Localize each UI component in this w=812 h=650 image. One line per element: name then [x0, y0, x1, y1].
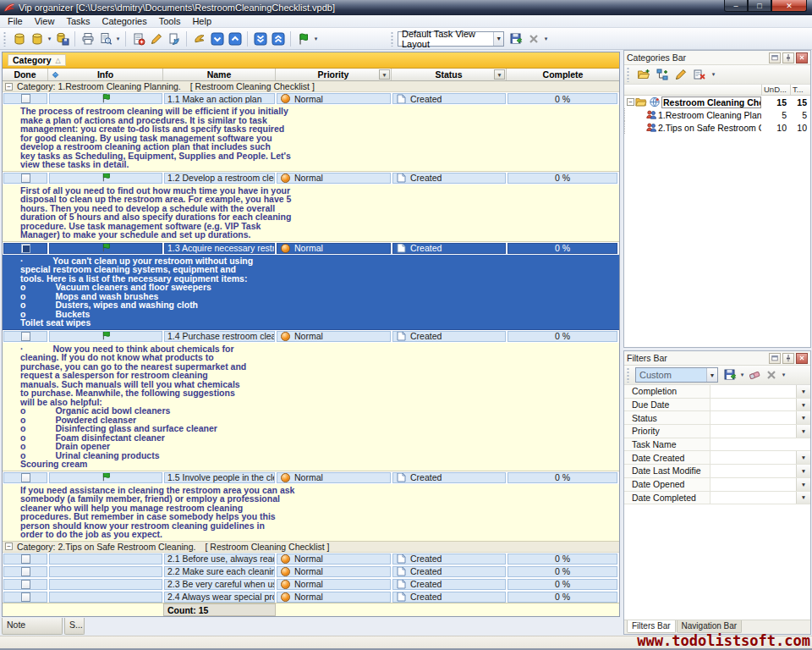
filter-value-field[interactable]	[710, 385, 796, 398]
done-checkbox[interactable]	[21, 174, 30, 183]
task-row[interactable]: 1.4 Purchase restroom cleaning Normal Cr…	[3, 330, 619, 343]
task-row[interactable]: 1.1 Make an action plan Normal Created 0…	[3, 92, 619, 105]
move-to-top-button[interactable]	[269, 30, 287, 47]
group-header-row[interactable]: − Category: 1.Restroom Cleaning Planning…	[3, 81, 619, 92]
filter-value-field[interactable]	[710, 465, 796, 477]
close-button[interactable]: ✕	[771, 0, 807, 12]
note-tab-0[interactable]: Note	[2, 618, 63, 635]
toolbar-grip[interactable]	[627, 367, 631, 383]
categories-more-button[interactable]: ▾	[710, 71, 717, 78]
move-down-button[interactable]	[208, 30, 226, 47]
toolbar-grip[interactable]	[391, 31, 395, 47]
done-checkbox[interactable]	[21, 580, 30, 589]
combo-dropdown-icon[interactable]: ▼	[706, 368, 717, 382]
done-checkbox[interactable]	[21, 94, 30, 103]
done-checkbox[interactable]	[21, 244, 30, 253]
save-filter-button[interactable]	[721, 366, 738, 383]
group-by-category-chip[interactable]: Category △	[8, 54, 66, 66]
task-row[interactable]: 2.4 Always wear special protective Norma…	[3, 591, 619, 603]
column-header-status[interactable]: Status ▼	[392, 69, 507, 80]
combo-dropdown-icon[interactable]: ▼	[493, 32, 503, 46]
delete-category-button[interactable]	[691, 66, 708, 83]
group-header-row[interactable]: − Category: 2.Tips on Safe Restroom Clea…	[3, 542, 619, 553]
filters-more-button[interactable]: ▾	[780, 372, 787, 378]
column-total[interactable]: T...	[790, 85, 810, 95]
status-filter-button[interactable]: ▼	[494, 69, 505, 80]
move-up-button[interactable]	[226, 30, 244, 47]
column-undone[interactable]: UnD...	[761, 85, 790, 95]
menu-categories[interactable]: Categories	[96, 15, 153, 27]
open-database-button[interactable]	[28, 30, 46, 47]
menu-tools[interactable]: Tools	[153, 15, 187, 27]
print-preview-button[interactable]	[96, 30, 114, 47]
collapse-group-icon[interactable]: −	[5, 83, 13, 91]
move-to-bottom-button[interactable]	[251, 30, 269, 47]
new-task-button[interactable]	[129, 30, 147, 47]
toggle-complete-flag-button[interactable]	[294, 30, 312, 47]
print-preview-menu-caret[interactable]: ▾	[114, 36, 122, 42]
filter-value-field[interactable]	[710, 425, 796, 438]
collapse-tree-icon[interactable]: −	[627, 98, 634, 106]
delete-task-button[interactable]	[165, 30, 183, 47]
menu-help[interactable]: Help	[186, 15, 217, 27]
filters-bar-float-button[interactable]	[769, 353, 781, 364]
task-row[interactable]: 1.5 Involve people in the cleaning Norma…	[3, 471, 619, 484]
filter-preset-combo[interactable]: Custom ▼	[635, 367, 718, 383]
done-checkbox[interactable]	[21, 332, 30, 341]
categories-bar-auto-hide-pin-button[interactable]	[782, 52, 794, 63]
view-layout-more-button[interactable]: ▾	[542, 36, 550, 42]
save-filter-menu-caret[interactable]: ▾	[738, 372, 746, 378]
task-row[interactable]: 2.1 Before use, always read a Normal Cre…	[3, 553, 619, 565]
filter-dropdown-button[interactable]: ▼	[796, 425, 810, 438]
task-view-layout-combo[interactable]: Default Task View Layout ▼	[398, 31, 504, 47]
categories-bar-close-button[interactable]	[796, 52, 808, 63]
new-category-button[interactable]	[635, 66, 652, 83]
maximize-button[interactable]: □	[748, 0, 771, 12]
filter-dropdown-button[interactable]: ▼	[796, 465, 810, 477]
filter-value-field[interactable]	[710, 438, 796, 451]
filter-dropdown-button[interactable]: ▼	[796, 385, 810, 398]
column-header-name[interactable]: Name	[163, 69, 276, 80]
filter-dropdown-button[interactable]: ▼	[796, 399, 810, 411]
category-tree-item[interactable]: 2.Tips on Safe Restroom Cle1010	[624, 121, 810, 134]
filters-bar-close-button[interactable]	[796, 353, 808, 364]
filter-value-field[interactable]	[710, 399, 796, 411]
task-row[interactable]: 2.3 Be very careful when using Normal Cr…	[3, 578, 619, 591]
new-subcategory-button[interactable]	[654, 66, 671, 83]
tab-navigation-bar[interactable]: Navigation Bar	[677, 620, 743, 633]
toolbar-grip[interactable]	[627, 67, 631, 82]
toggle-complete-flag-menu-caret[interactable]: ▾	[312, 36, 320, 42]
filter-value-field[interactable]	[710, 478, 796, 491]
filter-dropdown-button[interactable]: ▼	[796, 411, 810, 424]
done-checkbox[interactable]	[21, 567, 30, 576]
new-database-button[interactable]	[10, 30, 28, 47]
note-tab-1[interactable]: S...	[64, 618, 85, 635]
edit-category-button[interactable]	[672, 66, 689, 83]
filter-dropdown-button[interactable]: ▼	[796, 478, 810, 491]
priority-filter-button[interactable]: ▼	[379, 69, 390, 80]
collapse-group-icon[interactable]: −	[5, 543, 13, 550]
clear-filter-button[interactable]	[746, 366, 763, 383]
menu-file[interactable]: File	[2, 15, 29, 27]
filter-value-field[interactable]	[710, 451, 796, 464]
task-row[interactable]: 1.3 Acquire necessary restroom Normal Cr…	[3, 242, 619, 255]
column-header-done[interactable]: Done	[3, 69, 48, 80]
task-row[interactable]: 1.2 Develop a restroom cleaning Normal C…	[3, 172, 619, 185]
filter-dropdown-button[interactable]: ▼	[796, 451, 810, 464]
menu-view[interactable]: View	[29, 15, 61, 27]
category-tree-item[interactable]: −Restroom Cleaning Checklist1515	[624, 96, 810, 108]
print-button[interactable]	[79, 30, 96, 47]
menu-tasks[interactable]: Tasks	[60, 15, 96, 27]
categories-bar-float-button[interactable]	[769, 52, 781, 63]
task-row[interactable]: 2.2 Make sure each cleaning Normal Creat…	[3, 565, 619, 578]
column-header-complete[interactable]: Complete	[507, 69, 619, 80]
edit-task-button[interactable]	[147, 30, 165, 47]
column-header-priority[interactable]: Priority ▼	[276, 69, 392, 80]
done-checkbox[interactable]	[21, 554, 30, 564]
done-checkbox[interactable]	[21, 473, 30, 482]
open-database-menu-caret[interactable]: ▾	[46, 36, 53, 42]
delete-filter-button[interactable]	[763, 366, 780, 383]
tab-filters-bar[interactable]: Filters Bar	[627, 620, 676, 633]
filters-bar-auto-hide-pin-button[interactable]	[782, 353, 794, 364]
done-checkbox[interactable]	[21, 592, 30, 602]
